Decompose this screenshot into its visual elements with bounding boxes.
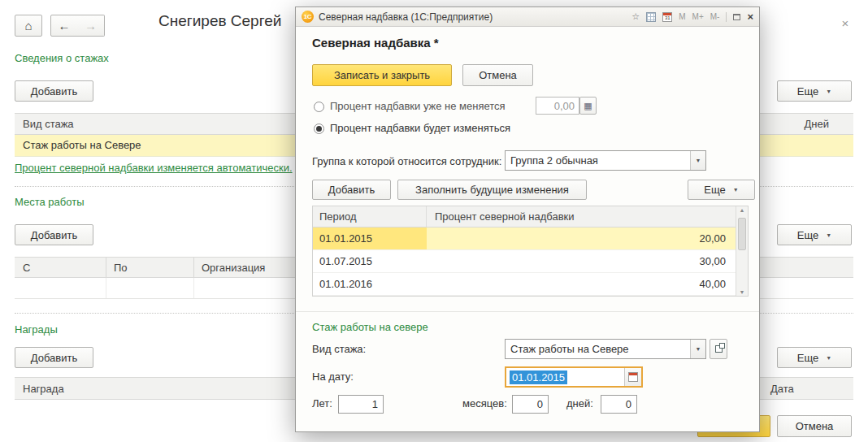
experience-type-label: Вид стажа:: [312, 343, 366, 355]
forward-button[interactable]: →: [77, 15, 105, 37]
1c-logo-icon: 1С: [302, 11, 314, 23]
table-row[interactable]: 01.07.2015 30,00: [313, 250, 736, 273]
date-picker-icon[interactable]: [624, 368, 641, 386]
column-header-from: С: [23, 262, 30, 274]
years-label: Лет:: [312, 397, 332, 410]
dialog-divider: [296, 311, 759, 312]
calendar-icon[interactable]: 31: [662, 12, 672, 22]
dialog-cancel-button[interactable]: Отмена: [462, 64, 533, 86]
radio-percent-fixed-label: Процент надбавки уже не меняется: [330, 100, 506, 112]
vertical-scrollbar[interactable]: ▲ ▼: [736, 206, 748, 296]
column-header-percent: Процент северной надбавки: [427, 206, 736, 227]
fixed-percent-input[interactable]: 0,00: [536, 97, 579, 115]
dialog-heading: Северная надбавка *: [312, 36, 439, 50]
column-divider: [193, 278, 194, 298]
employee-group-select[interactable]: Группа 2 обычная ▼: [505, 150, 706, 171]
forward-arrow-icon: →: [85, 19, 97, 32]
chevron-down-icon: ▼: [826, 89, 831, 94]
section-header-places: Места работы: [15, 196, 85, 208]
northern-allowance-dialog: 1С Северная надбавка (1С:Предприятие) ☆ …: [295, 6, 760, 432]
favorites-star-icon[interactable]: ☆: [631, 11, 640, 22]
section-header-awards: Награды: [15, 323, 58, 336]
window-close-icon[interactable]: ×: [837, 15, 853, 31]
fill-future-changes-button[interactable]: Заполнить будущие изменения: [397, 180, 587, 200]
days-input[interactable]: 0: [601, 395, 637, 414]
table-row[interactable]: 01.01.2016 40,00: [313, 273, 736, 296]
home-icon: ⌂: [24, 19, 32, 32]
column-divider: [193, 258, 194, 277]
scroll-down-icon[interactable]: ▼: [736, 289, 748, 295]
table-row[interactable]: 01.01.2015 20,00: [313, 228, 736, 250]
section-header-experience: Сведения о стажах: [15, 52, 109, 64]
days-label: дней:: [566, 397, 593, 410]
dialog-title: Северная надбавка (1С:Предприятие): [319, 11, 631, 23]
chevron-down-icon: ▼: [733, 187, 739, 193]
on-date-label: На дату:: [312, 370, 354, 383]
column-divider: [106, 278, 106, 298]
back-arrow-icon: ←: [59, 19, 71, 32]
save-and-close-button[interactable]: Записать и закрыть: [312, 64, 452, 86]
scroll-up-icon[interactable]: ▲: [736, 207, 748, 213]
months-label: месяцев:: [462, 397, 507, 410]
page-title: Снегирев Сергей: [158, 12, 281, 30]
column-header-period: Период: [313, 206, 427, 227]
dialog-close-icon[interactable]: ×: [747, 11, 753, 23]
column-header-type: Вид стажа: [23, 118, 74, 130]
months-input[interactable]: 0: [512, 395, 549, 414]
awards-more-button[interactable]: Еще ▼: [777, 347, 852, 368]
periods-table-header: Период Процент северной надбавки: [313, 206, 736, 228]
places-more-button[interactable]: Еще ▼: [777, 224, 852, 245]
column-divider: [106, 258, 106, 277]
experience-add-button[interactable]: Добавить: [15, 80, 93, 102]
scrollbar-thumb[interactable]: [738, 218, 746, 250]
column-header-days: Дней: [805, 118, 829, 130]
memory-m-minus-button[interactable]: М-: [710, 12, 720, 21]
selected-date-text: 01.01.2015: [510, 370, 567, 384]
restore-window-icon[interactable]: [733, 14, 740, 20]
awards-add-button[interactable]: Добавить: [15, 347, 93, 368]
chevron-down-icon: ▼: [826, 232, 831, 238]
experience-type-select[interactable]: Стаж работы на Севере ▼: [505, 339, 706, 359]
dialog-titlebar[interactable]: 1С Северная надбавка (1С:Предприятие) ☆ …: [296, 7, 759, 27]
column-header-organization: Организация: [202, 262, 265, 274]
back-button[interactable]: ←: [50, 15, 78, 37]
radio-percent-variable[interactable]: [314, 124, 324, 134]
radio-percent-fixed[interactable]: [314, 102, 324, 112]
allowance-periods-table: Период Процент северной надбавки 01.01.2…: [312, 206, 749, 297]
titlebar-divider: [726, 12, 727, 22]
allowance-auto-change-link[interactable]: Процент северной надбавки изменяется авт…: [15, 162, 293, 174]
experience-more-button[interactable]: Еще ▼: [777, 80, 852, 102]
chevron-down-icon[interactable]: ▼: [690, 151, 705, 170]
years-input[interactable]: 1: [338, 395, 384, 414]
cancel-button[interactable]: Отмена: [777, 415, 852, 437]
employee-group-label: Группа к которой относится сотрудник:: [312, 155, 501, 167]
column-header-award: Награда: [23, 383, 64, 395]
table-icon[interactable]: [646, 12, 656, 22]
chevron-down-icon: ▼: [826, 355, 831, 361]
column-header-to: По: [114, 262, 128, 274]
open-icon: [715, 345, 723, 353]
on-date-input[interactable]: 01.01.2015: [505, 366, 643, 388]
memory-m-button[interactable]: М: [679, 12, 685, 21]
places-add-button[interactable]: Добавить: [15, 224, 93, 245]
chevron-down-icon[interactable]: ▼: [690, 340, 705, 358]
column-header-date: Дата: [770, 383, 794, 395]
radio-percent-variable-label: Процент надбавки будет изменяться: [330, 122, 510, 134]
dialog-add-button[interactable]: Добавить: [312, 180, 391, 200]
section-header-north-experience: Стаж работы на севере: [312, 321, 428, 333]
memory-m-plus-button[interactable]: М+: [692, 12, 704, 21]
open-reference-button[interactable]: [710, 339, 727, 359]
dialog-more-button[interactable]: Еще ▼: [688, 180, 755, 200]
calculator-icon[interactable]: ▦: [579, 97, 597, 115]
home-button[interactable]: ⌂: [15, 15, 42, 37]
